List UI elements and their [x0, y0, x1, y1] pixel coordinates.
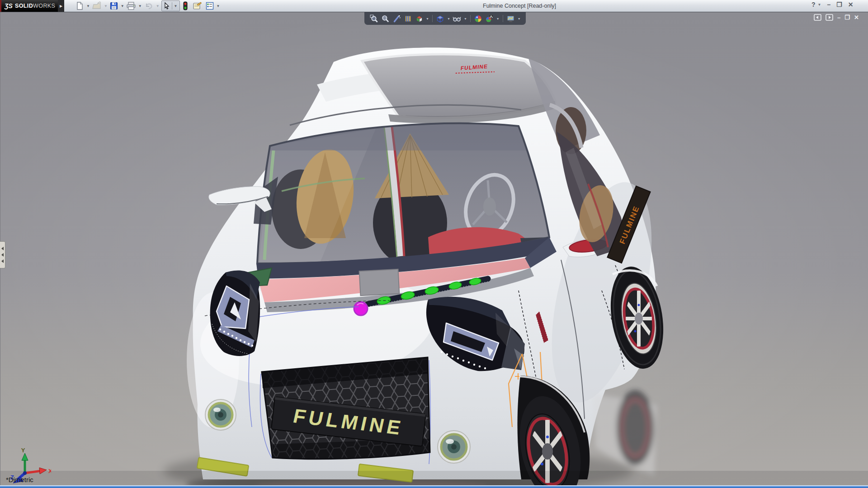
solidworks-window: ƷS SOLID WORKS ▶ ▼ ▼ [0, 0, 868, 488]
hide-show-dropdown[interactable]: ▼ [464, 17, 467, 20]
open-button[interactable] [92, 1, 102, 10]
triad-x-label: X [48, 468, 51, 474]
fog-light-left[interactable] [205, 399, 236, 430]
status-bar-edge [0, 485, 868, 488]
collapse-pane-left-button[interactable] [814, 14, 821, 21]
apply-scene-dropdown[interactable]: ▼ [496, 17, 500, 20]
view-orientation-dropdown[interactable]: ▼ [426, 17, 429, 20]
open-dropdown[interactable]: ▼ [104, 4, 108, 8]
window-edge-accent [0, 0, 1, 12]
apply-scene-icon [485, 14, 494, 23]
stoplight-icon [183, 1, 188, 10]
titlebar: ƷS SOLID WORKS ▶ ▼ ▼ [0, 0, 868, 12]
undo-dropdown[interactable]: ▼ [156, 4, 160, 8]
display-style-icon [436, 14, 444, 23]
hud-separator [503, 15, 503, 22]
minimize-button[interactable]: – [827, 1, 830, 8]
appearance-ball-icon [474, 14, 482, 23]
menu-expand-button[interactable]: ▶ [58, 0, 64, 12]
collapse-pane-right-button[interactable] [826, 14, 833, 21]
view-settings-dropdown[interactable]: ▼ [518, 17, 521, 20]
edit-appearance-button[interactable] [473, 13, 483, 24]
3ds-logo-icon: ƷS [5, 2, 13, 9]
zoom-to-area-button[interactable] [380, 13, 390, 24]
headlight-left[interactable] [210, 270, 260, 356]
design-binder-button[interactable] [192, 1, 202, 10]
checklist-icon [205, 1, 214, 10]
floor-darkening [0, 471, 868, 485]
undo-button[interactable] [144, 1, 154, 10]
new-button[interactable] [75, 1, 84, 10]
select-button[interactable]: ▼ [161, 0, 180, 11]
graphics-viewport[interactable]: FULMINE [0, 12, 868, 485]
notebook-pencil-icon [192, 1, 202, 10]
help-button[interactable]: ? [811, 1, 816, 8]
zoom-to-fit-button[interactable] [369, 13, 379, 24]
display-style-dropdown[interactable]: ▼ [447, 17, 450, 20]
selection-point-magenta[interactable] [354, 302, 368, 315]
display-style-button[interactable] [435, 13, 445, 24]
document-window-controls: – ❐ ✕ [814, 14, 859, 21]
view-settings-icon [506, 14, 515, 23]
stoplight-button[interactable] [183, 1, 188, 10]
doc-minimize-button[interactable]: – [837, 14, 840, 21]
fog-light-right[interactable] [438, 431, 470, 463]
undo-arrow-icon [144, 1, 154, 10]
close-button[interactable]: ✕ [848, 1, 854, 8]
titlebar-window-controls: ? ▼ – ❐ ✕ [811, 1, 854, 8]
view-orientation-label: *Dimetric [6, 476, 33, 483]
printer-icon [126, 1, 136, 10]
restore-button[interactable]: ❐ [836, 1, 842, 8]
hide-show-items-button[interactable] [452, 13, 462, 24]
brand-name-light: WORKS [33, 3, 55, 9]
apply-scene-button[interactable] [485, 13, 495, 24]
view-orientation-icon [415, 14, 424, 23]
section-view-button[interactable] [403, 13, 413, 24]
options-list-button[interactable] [205, 1, 214, 10]
standard-toolbar: ▼ ▼ ▼ [75, 0, 222, 12]
save-dropdown[interactable]: ▼ [121, 4, 124, 8]
print-dropdown[interactable]: ▼ [138, 4, 142, 8]
open-folder-icon [92, 1, 102, 10]
select-cursor-icon [163, 2, 171, 10]
options-dropdown[interactable]: ▼ [217, 4, 220, 8]
hud-separator [432, 15, 433, 22]
rotate-view-icon [392, 14, 401, 23]
view-orientation-button[interactable] [414, 13, 424, 24]
cowl-vent-block [359, 269, 400, 296]
doc-restore-button[interactable]: ❐ [844, 14, 850, 21]
save-floppy-icon [109, 1, 118, 10]
chevron-left-icon [1, 253, 4, 257]
eyeglasses-icon [453, 14, 461, 23]
new-document-icon [75, 1, 84, 10]
headsup-view-toolbar: ▼ ▼ ▼ [364, 12, 526, 25]
chevron-left-icon [1, 247, 4, 250]
feature-tree-collapsed-tab[interactable] [0, 241, 5, 268]
triad-y-label: Y [21, 447, 25, 454]
help-dropdown[interactable]: ▼ [818, 3, 821, 7]
brand-name-bold: SOLID [15, 3, 33, 9]
solidworks-logo: ƷS SOLID WORKS [0, 0, 58, 12]
hud-separator [470, 15, 471, 22]
zoom-to-fit-icon [370, 14, 378, 23]
viewport-3d-model[interactable]: FULMINE [0, 12, 868, 485]
zoom-to-area-icon [381, 14, 390, 23]
new-dropdown[interactable]: ▼ [86, 4, 90, 8]
doc-close-button[interactable]: ✕ [854, 14, 859, 21]
section-view-icon [404, 14, 412, 23]
print-button[interactable] [126, 1, 136, 10]
chevron-left-icon [1, 259, 4, 263]
window-title: Fulmine Concept [Read-only] [483, 3, 556, 9]
view-settings-button[interactable] [506, 13, 516, 24]
save-button[interactable] [109, 1, 118, 10]
rotate-view-button[interactable] [392, 13, 401, 24]
select-dropdown[interactable]: ▼ [172, 2, 178, 9]
